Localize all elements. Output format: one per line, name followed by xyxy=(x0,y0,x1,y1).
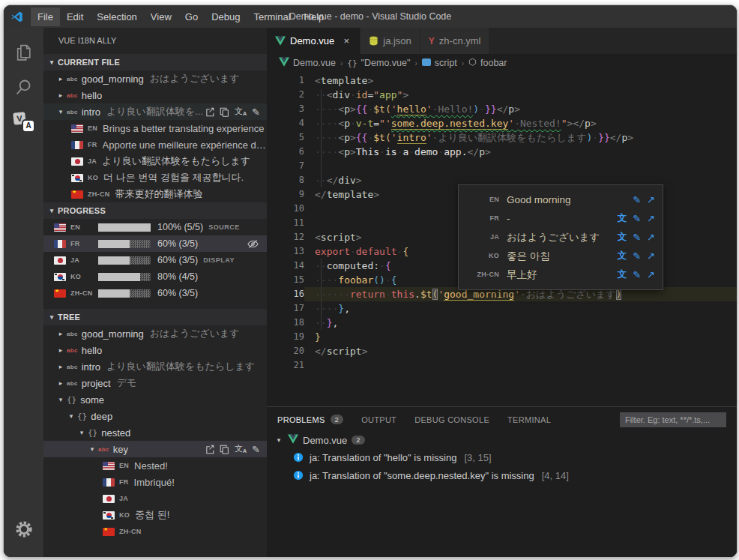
locale-item-fr[interactable]: FRImbriqué! xyxy=(43,474,267,490)
tree-item-key[interactable]: ▾abckey文A✎ xyxy=(43,441,267,457)
locale-item-zh-cn[interactable]: ZH-CN带来更好的翻译体验 xyxy=(43,186,267,202)
edit-icon[interactable]: ✎ xyxy=(633,211,641,226)
locale-item-ja[interactable]: JAより良い翻訳体験をもたらします xyxy=(43,153,267,169)
edit-icon[interactable]: ✎ xyxy=(252,106,260,118)
i18n-ally-icon[interactable]: VA xyxy=(6,104,42,139)
code-line[interactable]: 2··<div·id="app"> xyxy=(267,88,737,102)
locale-item-zh-cn[interactable]: ZH-CN xyxy=(43,523,267,540)
locale-item-en[interactable]: ENBrings a better translating experience xyxy=(43,120,267,136)
tree-item-hello[interactable]: ▸abchello xyxy=(43,87,267,103)
menu-terminal[interactable]: Terminal xyxy=(247,7,297,26)
locale-item-ko[interactable]: KO중첩 된! xyxy=(43,507,267,523)
problem-row[interactable]: ja: Translation of "some.deep.nested.key… xyxy=(267,466,737,484)
code-line[interactable]: 5····<p>{{·$t('intro'·より良い翻訳体験をもたらします)·}… xyxy=(267,130,737,145)
tree-item-intro[interactable]: ▸abcintroより良い翻訳体験をもたらします xyxy=(43,358,267,375)
tree-item-intro[interactable]: ▾abcintroより良い翻訳体験を...文A✎ xyxy=(43,103,267,120)
edit-icon[interactable]: ✎ xyxy=(633,249,641,263)
translate-icon[interactable]: 文 xyxy=(618,268,627,282)
locale-item-ja[interactable]: JA xyxy=(43,490,267,507)
menu-selection[interactable]: Selection xyxy=(90,7,143,26)
tab-ja-json[interactable]: ja.json xyxy=(361,28,420,54)
tree-item-some[interactable]: ▾{}some xyxy=(43,391,267,408)
sidebar-section-tree: ▾TREE▸abcgood_morningおはようございます▸abchello▸… xyxy=(43,309,267,540)
breadcrumb-item[interactable]: {}"Demo.vue" xyxy=(347,58,410,68)
code-editor[interactable]: 1<template>2··<div·id="app">3····<p>{{·$… xyxy=(267,72,737,406)
code-line[interactable]: 20</script> xyxy=(267,344,737,358)
menu-file[interactable]: File xyxy=(31,7,60,26)
goto-icon[interactable]: ↗ xyxy=(647,193,655,207)
menu-edit[interactable]: Edit xyxy=(60,7,90,26)
tree-item-project[interactable]: ▸abcprojectデモ xyxy=(43,375,267,391)
edit-icon[interactable]: ✎ xyxy=(252,444,260,455)
tree-item-good_morning[interactable]: ▸abcgood_morningおはようございます xyxy=(43,70,267,87)
code-line[interactable]: 17····}, xyxy=(267,301,737,316)
copy-icon[interactable] xyxy=(220,107,229,117)
code-line[interactable]: 21 xyxy=(267,358,737,373)
problems-file-group[interactable]: ▾Demo.vue2 xyxy=(267,432,737,448)
code-line[interactable]: 18··}, xyxy=(267,316,737,330)
settings-gear-icon[interactable] xyxy=(6,512,42,547)
eye-off-icon[interactable] xyxy=(247,238,259,250)
progress-row-ja[interactable]: JA60% (3/5)DISPLAY xyxy=(43,252,267,268)
copy-icon[interactable] xyxy=(220,445,229,454)
locale-code: JA xyxy=(70,256,93,264)
edit-icon[interactable]: ✎ xyxy=(633,230,641,244)
translate-icon[interactable]: 文A xyxy=(235,106,247,118)
progress-row-fr[interactable]: FR60% (3/5) xyxy=(43,235,267,252)
progress-row-ko[interactable]: KO80% (4/5) xyxy=(43,268,267,285)
breadcrumb[interactable]: Demo.vue›{}"Demo.vue"›script›foobar xyxy=(267,54,737,72)
problem-row[interactable]: ja: Translation of "hello" is missing[3,… xyxy=(267,448,737,466)
tab-demo-vue[interactable]: Demo.vue× xyxy=(267,28,361,54)
progress-row-en[interactable]: EN100% (5/5)SOURCE xyxy=(43,219,267,235)
goto-icon[interactable]: ↗ xyxy=(647,230,655,244)
problems-filter-input[interactable] xyxy=(620,412,726,427)
code-line[interactable]: 1<template> xyxy=(267,73,737,88)
translate-icon[interactable]: 文 xyxy=(618,211,627,226)
breadcrumb-item[interactable]: Demo.vue xyxy=(279,57,336,69)
locale-item-ko[interactable]: KO더 나은 번역 경험을 제공합니다. xyxy=(43,169,267,186)
code-line[interactable]: 4····<p·v-t="'some.deep.nested.key'·Nest… xyxy=(267,116,737,130)
code-line[interactable]: 19} xyxy=(267,330,737,344)
goto-icon[interactable]: ↗ xyxy=(647,249,655,263)
tree-item-hello[interactable]: ▸abchello xyxy=(43,342,267,358)
tree-item-deep[interactable]: ▾{}deep xyxy=(43,408,267,424)
tree-item-good_morning[interactable]: ▸abcgood_morningおはようございます xyxy=(43,325,267,342)
locale-item-en[interactable]: ENNested! xyxy=(43,457,267,474)
panel-tab-debug-console[interactable]: DEBUG CONSOLE xyxy=(414,415,489,424)
panel-tab-output[interactable]: OUTPUT xyxy=(361,415,396,424)
breadcrumb-item[interactable]: foobar xyxy=(468,58,507,68)
locale-item-fr[interactable]: FRApporte une meilleure expérience de... xyxy=(43,136,267,153)
flag-fr-icon xyxy=(54,240,66,248)
translate-icon[interactable]: 文A xyxy=(235,444,247,455)
menu-help[interactable]: Help xyxy=(298,7,331,26)
code-line[interactable]: 3····<p>{{·$t('hello'·Hello!)·}}</p> xyxy=(267,102,737,116)
panel-tab-terminal[interactable]: TERMINAL xyxy=(507,415,551,424)
code-line[interactable]: 6····<p>This·is·a·demo·app.</p> xyxy=(267,145,737,159)
edit-icon[interactable]: ✎ xyxy=(633,268,641,282)
panel-tab-problems[interactable]: PROBLEMS2 xyxy=(277,415,343,424)
tree-item-nested[interactable]: ▾{}nested xyxy=(43,424,267,441)
explorer-icon[interactable] xyxy=(6,35,42,70)
open-icon[interactable] xyxy=(205,445,214,454)
menu-view[interactable]: View xyxy=(144,7,178,26)
translate-icon[interactable]: 文 xyxy=(618,249,627,263)
search-icon[interactable] xyxy=(6,70,42,104)
code-token: </ xyxy=(573,118,585,129)
menu-go[interactable]: Go xyxy=(178,7,205,26)
menu-debug[interactable]: Debug xyxy=(205,7,247,26)
section-header[interactable]: ▾CURRENT FILE xyxy=(43,54,267,70)
open-icon[interactable] xyxy=(205,107,214,117)
section-header[interactable]: ▾PROGRESS xyxy=(43,202,267,219)
goto-icon[interactable]: ↗ xyxy=(647,211,655,226)
code-line[interactable]: 7 xyxy=(267,159,737,173)
breadcrumb-item[interactable]: script xyxy=(422,58,457,68)
section-header[interactable]: ▾TREE xyxy=(43,309,267,325)
edit-icon[interactable]: ✎ xyxy=(633,193,641,207)
line-content: ····<p>{{·$t('intro'·より良い翻訳体験をもたらします)·}}… xyxy=(304,130,633,145)
translate-icon[interactable]: 文 xyxy=(618,230,627,244)
progress-row-zh-cn[interactable]: ZH-CN60% (3/5) xyxy=(43,285,267,301)
tab-zh-cn-yml[interactable]: Yzh-cn.yml xyxy=(420,28,490,54)
close-tab-icon[interactable]: × xyxy=(341,35,352,46)
goto-icon[interactable]: ↗ xyxy=(647,268,655,282)
code-token: script xyxy=(321,232,356,243)
